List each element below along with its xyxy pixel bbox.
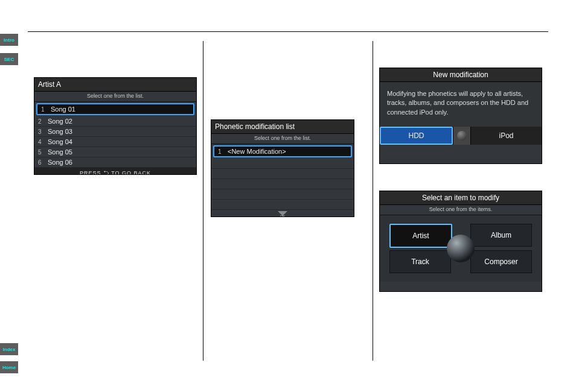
list-item — [211, 169, 354, 179]
select-item-title: Select an item to modify — [380, 191, 542, 205]
list-item — [211, 189, 354, 200]
list-item-num: 3 — [38, 128, 44, 135]
list-item[interactable]: 5 Song 05 — [34, 147, 196, 157]
option-album-button[interactable]: Album — [470, 224, 532, 247]
list-item-label: Song 05 — [48, 148, 72, 156]
list-item-label: <New Modification> — [228, 148, 286, 155]
list-item-num: 1 — [218, 148, 224, 155]
screenshot-new-modification: New modification Modifying the phonetics… — [379, 68, 542, 164]
column-2: Phonetic modification list Select one fr… — [203, 41, 373, 361]
list-item-num: 5 — [38, 149, 44, 156]
list-item[interactable]: 2 Song 02 — [34, 116, 196, 127]
select-item-subtitle: Select one from the items. — [380, 205, 542, 215]
list-item-num: 2 — [38, 118, 44, 125]
list-item-label: Song 06 — [48, 159, 72, 166]
list-item[interactable]: 4 Song 04 — [34, 137, 196, 147]
list-item-num: 4 — [38, 139, 44, 145]
nav-intro-label: Intro — [4, 37, 14, 43]
list-item-label: Song 02 — [48, 118, 72, 125]
nav-index-label: Index — [3, 347, 16, 352]
chevron-down-icon: OK — [275, 210, 290, 217]
list-item[interactable]: 6 Song 06 — [34, 157, 196, 168]
nav-sec-label: SEC — [4, 57, 14, 62]
list-item — [211, 179, 354, 189]
artist-list-subtitle: Select one from the list. — [34, 92, 196, 102]
list-item-label: Song 01 — [51, 106, 75, 113]
phonetic-list-subtitle: Select one from the list. — [211, 134, 354, 144]
center-knob[interactable] — [453, 127, 471, 145]
option-track-button[interactable]: Track — [389, 250, 451, 273]
phonetic-list-title: Phonetic modification list — [211, 120, 354, 134]
artist-list-title: Artist A — [34, 78, 196, 92]
nav-home[interactable]: Home — [0, 361, 18, 373]
device-ipod-button[interactable]: iPod — [471, 127, 542, 145]
knob-icon — [457, 131, 467, 141]
nav-home-label: Home — [2, 365, 16, 370]
screenshot-phonetic-list: Phonetic modification list Select one fr… — [211, 119, 354, 217]
device-ipod-label: iPod — [499, 131, 513, 140]
list-item — [211, 159, 354, 169]
list-item — [211, 200, 354, 210]
device-selector: HDD iPod — [380, 127, 542, 145]
ok-indicator: OK — [211, 210, 354, 217]
column-1: Artist A Select one from the list. 1 Son… — [28, 41, 203, 361]
device-hdd-button[interactable]: HDD — [380, 127, 453, 145]
nav-sec[interactable]: SEC — [0, 53, 18, 65]
device-hdd-label: HDD — [409, 131, 424, 140]
list-item-num: 1 — [41, 106, 47, 113]
screenshot-artist-list: Artist A Select one from the list. 1 Son… — [34, 77, 197, 175]
option-artist-label: Artist — [412, 232, 429, 240]
nav-intro[interactable]: Intro — [0, 34, 18, 46]
top-divider — [28, 31, 548, 32]
list-item[interactable]: 3 Song 03 — [34, 127, 196, 137]
svg-text:OK: OK — [280, 215, 286, 217]
go-back-hint: PRESS ⮌ TO GO BACK — [34, 168, 196, 175]
center-knob[interactable] — [447, 235, 475, 262]
nav-index[interactable]: Index — [0, 343, 18, 355]
new-mod-title: New modification — [380, 68, 542, 82]
column-3: New modification Modifying the phonetics… — [373, 41, 548, 361]
list-item-label: Song 03 — [48, 128, 72, 135]
new-mod-body: Modifying the phonetics will apply to al… — [380, 82, 542, 127]
list-item[interactable]: 1 Song 01 — [36, 103, 194, 115]
option-track-label: Track — [411, 258, 429, 266]
option-composer-label: Composer — [484, 258, 517, 266]
option-artist-button[interactable]: Artist — [389, 224, 452, 248]
list-item-num: 6 — [38, 159, 44, 166]
list-item-label: Song 04 — [48, 138, 72, 145]
option-composer-button[interactable]: Composer — [470, 250, 532, 273]
list-item[interactable]: 1 <New Modification> — [213, 145, 352, 157]
option-album-label: Album — [491, 231, 511, 239]
screenshot-select-item: Select an item to modify Select one from… — [379, 191, 542, 292]
